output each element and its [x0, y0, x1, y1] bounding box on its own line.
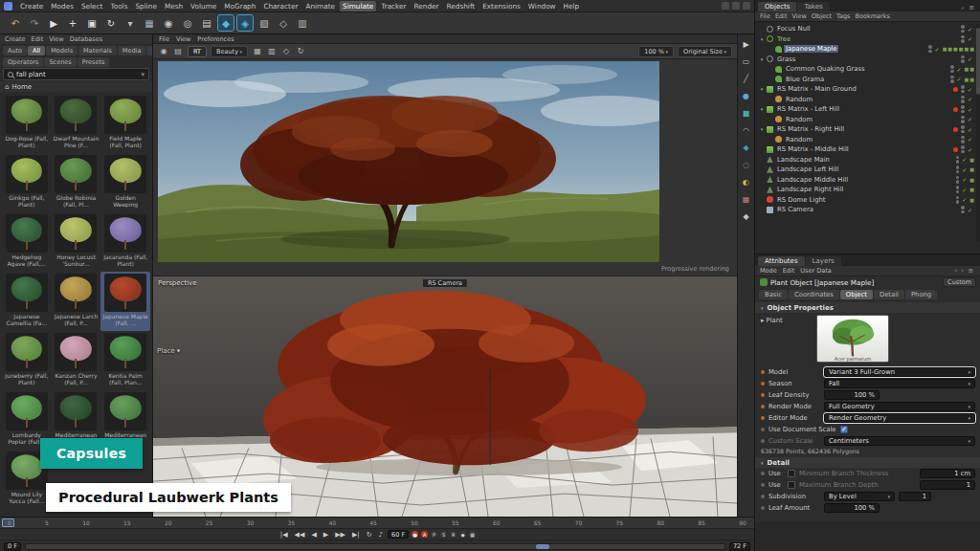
om-menu-icon[interactable]: ≡	[969, 4, 974, 11]
keyframe-scale-button[interactable]: S	[440, 531, 447, 538]
menu-item[interactable]: Animate	[302, 1, 338, 11]
camera-tool-icon[interactable]: ▦	[740, 193, 752, 206]
object-name[interactable]: Landscape Main	[775, 156, 832, 164]
refresh-icon[interactable]: ↻	[295, 46, 306, 57]
enable-check-icon[interactable]: ✓	[962, 176, 967, 183]
object-name[interactable]: Landscape Right Hill	[775, 186, 846, 193]
menu-item[interactable]: Modes	[48, 1, 77, 11]
object-row[interactable]: RS Camera ✓	[755, 205, 975, 215]
pixel-inspect-icon[interactable]: ◇	[280, 46, 292, 57]
box-select-icon[interactable]: ▭	[740, 55, 752, 68]
leaf-density-input[interactable]: 100 %	[824, 390, 880, 400]
om-menu-item[interactable]: View	[791, 12, 806, 20]
asset-item[interactable]: Honey Locust 'Sunbur...	[52, 212, 101, 272]
enable-check-icon[interactable]: ✓	[962, 156, 967, 163]
enable-check-icon[interactable]: ✓	[968, 106, 972, 113]
object-name[interactable]: Random	[784, 136, 814, 143]
spline-pen-icon[interactable]: ◠	[740, 124, 752, 137]
perspective-viewport[interactable]: Perspective RS Camera Place ▾	[153, 276, 737, 517]
range-start-field[interactable]: 0 F	[4, 542, 21, 551]
enable-check-icon[interactable]: ✓	[968, 126, 972, 133]
render-menu-item[interactable]: File	[159, 35, 169, 43]
object-name[interactable]: RS Matrix - Middle Hill	[775, 145, 851, 153]
asset-subtab[interactable]: Presets	[78, 57, 110, 67]
leaf-amount-input[interactable]: 100 %	[824, 503, 880, 513]
scale-tool-icon[interactable]: ▣	[84, 15, 100, 31]
model-dropdown[interactable]: Variant 3 Full-Grown	[824, 367, 975, 377]
object-name[interactable]: RS Camera	[775, 206, 815, 213]
render-canvas[interactable]	[158, 61, 659, 262]
plant-preview-thumbnail[interactable]: Acer palmatum	[816, 315, 889, 363]
anim-dot-icon[interactable]	[761, 382, 765, 386]
attribute-tab[interactable]: Phong	[905, 290, 937, 299]
visibility-dots[interactable]	[961, 35, 965, 43]
object-row[interactable]: ▾ RS Matrix - Right Hill ✓	[755, 124, 975, 135]
history-forward-icon[interactable]: ›	[961, 267, 964, 275]
enable-check-icon[interactable]: ✓	[962, 196, 967, 203]
asset-item[interactable]: Kanzan Cherry (Fall, P...	[52, 331, 101, 390]
material-chips[interactable]: ■	[969, 177, 975, 183]
menu-item[interactable]: Select	[78, 1, 106, 11]
anim-dot-icon[interactable]	[761, 416, 765, 420]
search-input[interactable]: fall plant	[16, 71, 46, 78]
menu-item[interactable]: Spline	[132, 1, 159, 11]
material-chips[interactable]: ■	[969, 157, 975, 163]
asset-breadcrumb[interactable]: ⌂ Home	[0, 81, 152, 92]
range-track[interactable]	[25, 543, 725, 550]
object-name[interactable]: Common Quaking Grass	[784, 65, 867, 73]
ab-compare-icon[interactable]: ▤	[172, 46, 184, 57]
visibility-dots[interactable]	[961, 25, 965, 33]
object-name[interactable]: Landscape Left Hill	[775, 165, 840, 173]
zoom-dropdown[interactable]: 100 %	[638, 46, 674, 57]
range-thumb[interactable]	[536, 544, 549, 549]
anim-dot-icon[interactable]	[761, 483, 765, 487]
om-menu-item[interactable]: Object	[812, 12, 832, 20]
playhead-marker[interactable]	[2, 518, 14, 527]
asset-item[interactable]: Golden Weeping Willo...	[100, 153, 150, 212]
redshift-tag-icon[interactable]	[953, 87, 958, 92]
asset-item[interactable]: Dog-Rose (Fall, Plant)	[2, 94, 52, 153]
editor-mode-dropdown[interactable]: Render Geometry	[824, 413, 975, 423]
object-row[interactable]: Blue Grama ✓ ■■	[755, 75, 975, 85]
object-name[interactable]: Blue Grama	[784, 76, 826, 83]
enable-check-icon[interactable]: ✓	[968, 136, 972, 143]
om-menu-item[interactable]: Edit	[775, 12, 788, 20]
asset-menu-item[interactable]: View	[49, 35, 63, 43]
asset-item[interactable]: Juneberry (Fall, Plant)	[2, 331, 52, 390]
keyframe-position-button[interactable]: P	[431, 531, 437, 538]
visibility-dots[interactable]	[950, 76, 954, 83]
pointer-tool-icon[interactable]: ▶	[740, 38, 752, 51]
menu-item[interactable]: MoGraph	[221, 1, 258, 11]
visibility-dots[interactable]	[961, 96, 965, 103]
asset-search[interactable]: fall plant ▾	[3, 68, 149, 80]
light-tool-icon[interactable]: ◐	[740, 176, 752, 188]
expand-arrow-icon[interactable]: ▾	[759, 56, 765, 62]
material-chips[interactable]: ■■	[965, 66, 975, 72]
object-row[interactable]: Landscape Left Hill ✓ ■	[755, 165, 975, 175]
menu-item[interactable]: Help	[561, 1, 583, 11]
menu-item[interactable]: Mesh	[162, 1, 186, 11]
rotate-tool-icon[interactable]: ↻	[103, 15, 119, 31]
attribute-panel-tab[interactable]: Layers	[806, 256, 841, 266]
menu-item[interactable]: Create	[17, 1, 46, 11]
cube-primitive-icon[interactable]: ■	[740, 107, 752, 120]
enable-check-icon[interactable]: ✓	[957, 76, 962, 82]
expand-arrow-icon[interactable]: ▾	[759, 126, 765, 132]
visibility-dots[interactable]	[956, 156, 960, 164]
render-menu-item[interactable]: Preferences	[197, 35, 234, 43]
layout-icon[interactable]	[722, 2, 729, 10]
enable-check-icon[interactable]: ✓	[968, 146, 972, 153]
asset-item[interactable]: Dwarf Mountain Pine (F...	[52, 94, 101, 153]
object-name[interactable]: Random	[784, 96, 814, 103]
anim-dot-icon[interactable]	[761, 405, 765, 408]
loop-button[interactable]: ↻	[365, 531, 374, 539]
menu-item[interactable]: Simulate	[340, 1, 376, 11]
asset-subtab[interactable]: Operators	[3, 57, 43, 67]
goto-start-button[interactable]: |◀	[278, 531, 290, 539]
asset-tab[interactable]: Models	[46, 46, 78, 55]
object-row[interactable]: Focus Null ✓	[755, 24, 975, 34]
visibility-dots[interactable]	[961, 85, 965, 93]
render-mode-dropdown[interactable]: Full Geometry	[824, 402, 975, 411]
am-menu-icon[interactable]: ≡	[968, 267, 973, 275]
enable-check-icon[interactable]: ✓	[968, 96, 972, 102]
